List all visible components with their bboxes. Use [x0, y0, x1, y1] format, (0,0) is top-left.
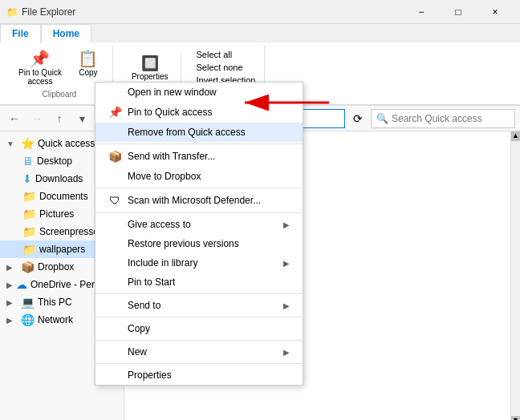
library-arrow: ▶: [283, 259, 290, 268]
ctx-pin-quick-access[interactable]: 📌 Pin to Quick access: [95, 102, 303, 123]
give-access-arrow: ▶: [283, 220, 290, 229]
wallpapers-icon: 📁: [22, 243, 36, 256]
search-box: 🔍: [371, 109, 515, 128]
ctx-send-transfer[interactable]: 📦 Send with Transfer...: [95, 146, 303, 167]
scroll-down[interactable]: ▼: [511, 416, 520, 420]
scrollbar[interactable]: ▲ ▼: [510, 131, 520, 420]
quickaccess-icon: ⭐: [21, 137, 35, 150]
copy-icon: 📋: [78, 50, 98, 67]
clipboard-label: Clipboard: [43, 90, 77, 99]
pin-icon: 📌: [30, 50, 50, 67]
documents-icon: 📁: [22, 190, 36, 203]
ctx-copy[interactable]: Copy: [95, 319, 303, 338]
ctx-new[interactable]: New ▶: [95, 342, 303, 361]
scroll-track: [511, 141, 520, 416]
sidebar-downloads-label: Downloads: [35, 173, 83, 184]
ctx-send-to-label: Send to: [128, 300, 160, 311]
ctx-send-to[interactable]: Send to ▶: [95, 296, 303, 315]
ctx-divider-6: [95, 340, 303, 341]
ctx-pin-start-label: Pin to Start: [128, 277, 175, 288]
properties-button[interactable]: 🔲 Properties: [126, 54, 174, 83]
open-items: 🔲 Properties: [126, 54, 174, 83]
ctx-divider-1: [95, 143, 303, 144]
context-menu: Open in new window 📌 Pin to Quick access…: [95, 82, 303, 386]
transfer-icon: 📦: [108, 150, 121, 163]
ctx-remove-label: Remove from Quick access: [128, 127, 246, 138]
ctx-restore-versions[interactable]: Restore previous versions: [95, 234, 303, 253]
tab-file[interactable]: File: [0, 24, 41, 43]
ctx-open-new-window[interactable]: Open in new window: [95, 83, 303, 102]
select-all-label: Select all: [197, 50, 233, 59]
select-all-item[interactable]: Select all: [194, 49, 258, 60]
ctx-move-dropbox-label: Move to Dropbox: [128, 171, 201, 182]
minimize-button[interactable]: −: [403, 0, 440, 24]
window-controls: − □ ×: [403, 0, 514, 24]
close-button[interactable]: ×: [477, 0, 514, 24]
downloads-icon: ⬇: [22, 172, 32, 185]
scroll-up[interactable]: ▲: [511, 131, 520, 141]
sidebar-wallpapers-label: wallpapers: [39, 244, 85, 255]
ctx-scan-label: Scan with Microsoft Defender...: [128, 195, 261, 206]
title-bar: 📁 File Explorer − □ ×: [0, 0, 520, 24]
ctx-copy-label: Copy: [128, 323, 150, 334]
ctx-divider-4: [95, 293, 303, 294]
network-icon: 🌐: [21, 313, 35, 326]
ctx-remove-quick-access[interactable]: Remove from Quick access: [95, 123, 303, 142]
dropbox-icon: 📦: [21, 260, 35, 273]
ctx-divider-7: [95, 363, 303, 364]
pin-quickaccess-button[interactable]: 📌 Pin to Quickaccess: [13, 48, 67, 88]
properties-icon: 🔲: [141, 56, 159, 71]
ctx-pin-start[interactable]: Pin to Start: [95, 273, 303, 292]
app-icon: 📁: [6, 6, 18, 18]
tab-home[interactable]: Home: [41, 24, 91, 43]
dropbox-expand-icon: ▶: [6, 263, 18, 272]
maximize-button[interactable]: □: [440, 0, 477, 24]
properties-btn-label: Properties: [132, 72, 169, 81]
sidebar-screenpresso-label: Screenpresso: [39, 226, 99, 237]
desktop-icon: 🖥: [22, 155, 34, 168]
network-expand-icon: ▶: [6, 316, 18, 325]
sidebar-pictures-label: Pictures: [39, 208, 74, 220]
send-to-arrow: ▶: [283, 301, 290, 310]
ctx-give-access-label: Give access to: [128, 219, 191, 230]
onedrive-icon: ☁: [16, 278, 27, 291]
ctx-divider-5: [95, 317, 303, 317]
ctx-move-dropbox[interactable]: Move to Dropbox: [95, 167, 303, 186]
pin-label: Pin to Quickaccess: [18, 68, 62, 86]
ctx-divider-3: [95, 212, 303, 213]
expand-icon: ▼: [6, 139, 18, 148]
select-none-item[interactable]: Select none: [194, 62, 258, 73]
ctx-send-transfer-label: Send with Transfer...: [128, 151, 215, 162]
refresh-button[interactable]: ⟳: [348, 109, 368, 128]
ctx-pin-label: Pin to Quick access: [128, 107, 212, 118]
thispc-expand-icon: ▶: [6, 298, 18, 307]
sidebar-network-label: Network: [38, 314, 73, 325]
ctx-library-label: Include in library: [128, 257, 197, 269]
select-none-label: Select none: [197, 63, 243, 72]
back-button[interactable]: ←: [5, 109, 24, 128]
ctx-give-access[interactable]: Give access to ▶: [95, 215, 303, 234]
ctx-divider-2: [95, 188, 303, 188]
search-input[interactable]: [392, 113, 510, 124]
new-arrow: ▶: [283, 348, 290, 357]
recent-button[interactable]: ▾: [72, 109, 91, 128]
ribbon-tabs: File Home: [0, 24, 520, 42]
pictures-icon: 📁: [22, 208, 36, 220]
sidebar-dropbox-label: Dropbox: [38, 261, 74, 273]
sidebar-desktop-label: Desktop: [37, 155, 72, 167]
copy-label: Copy: [79, 68, 97, 77]
defender-icon: 🛡: [108, 194, 121, 207]
up-button[interactable]: ↑: [50, 109, 69, 128]
ctx-scan-defender[interactable]: 🛡 Scan with Microsoft Defender...: [95, 190, 303, 211]
ctx-open-new-window-label: Open in new window: [128, 87, 217, 98]
ctx-include-library[interactable]: Include in library ▶: [95, 253, 303, 273]
pin-icon: 📌: [108, 106, 121, 119]
search-icon: 🔍: [376, 113, 388, 124]
onedrive-expand-icon: ▶: [6, 281, 13, 289]
window-title: File Explorer: [22, 6, 75, 18]
forward-button[interactable]: →: [27, 109, 47, 128]
clipboard-items: 📌 Pin to Quickaccess 📋 Copy: [13, 48, 106, 88]
ctx-properties-label: Properties: [128, 370, 172, 381]
ctx-properties[interactable]: Properties: [95, 365, 303, 385]
sidebar-documents-label: Documents: [39, 191, 88, 202]
